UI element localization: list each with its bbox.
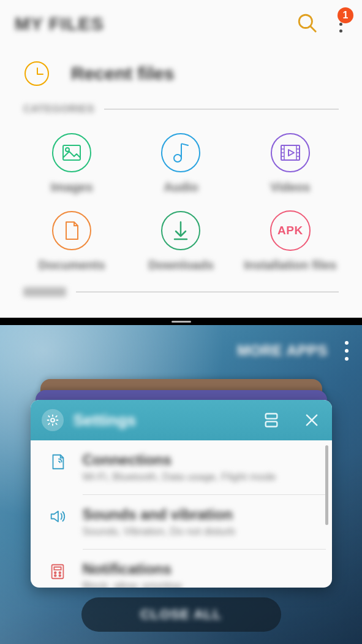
recent-files-row[interactable]: Recent files	[0, 48, 362, 103]
download-icon	[160, 210, 201, 251]
category-audio[interactable]: Audio	[126, 132, 235, 194]
settings-row-title: Notifications	[83, 561, 183, 578]
clock-icon	[25, 61, 49, 86]
settings-row-connections[interactable]: Connections Wi-Fi, Bluetooth, Data usage…	[46, 440, 332, 494]
music-icon	[160, 132, 201, 173]
notifications-icon	[46, 561, 69, 580]
split-view-divider[interactable]	[0, 318, 362, 325]
category-images[interactable]: Images	[17, 132, 126, 194]
connections-icon	[46, 451, 69, 471]
settings-card-body: Connections Wi-Fi, Bluetooth, Data usage…	[31, 440, 332, 588]
settings-card-title: Settings	[74, 411, 252, 430]
svg-point-28	[54, 572, 56, 574]
svg-point-29	[59, 572, 61, 574]
section-label-placeholder	[23, 287, 66, 297]
recents-top-bar: MORE APPS	[237, 341, 349, 361]
svg-point-21	[51, 418, 55, 422]
section-label-categories: CATEGORIES	[23, 103, 94, 115]
video-icon	[270, 132, 311, 173]
overflow-menu-button[interactable]: 1	[336, 12, 347, 36]
svg-rect-27	[54, 567, 61, 570]
settings-row-subtitle: Wi-Fi, Bluetooth, Data usage, Flight mod…	[83, 471, 276, 483]
category-videos[interactable]: Videos	[236, 132, 345, 194]
scrollbar[interactable]	[325, 445, 328, 525]
svg-point-7	[271, 134, 309, 172]
search-icon[interactable]	[296, 12, 317, 36]
svg-point-6	[174, 155, 181, 162]
svg-point-4	[66, 148, 69, 151]
svg-rect-3	[63, 145, 80, 160]
sound-icon	[46, 506, 69, 526]
settings-row-title: Connections	[83, 451, 276, 469]
settings-row-title: Sounds and vibration	[83, 506, 235, 523]
recents-overview: MORE APPS Settings	[0, 325, 362, 644]
category-label: Installation files	[244, 258, 336, 272]
settings-row-subtitle: Sounds, Vibration, Do not disturb	[83, 526, 235, 538]
close-all-label: CLOSE ALL	[140, 607, 222, 623]
category-label: Audio	[164, 180, 198, 194]
notification-badge: 1	[337, 7, 353, 23]
svg-point-17	[53, 212, 91, 250]
category-label: Documents	[39, 258, 105, 272]
app-title: MY FILES	[15, 13, 104, 34]
document-icon	[51, 210, 92, 251]
section-categories-header: CATEGORIES	[0, 103, 362, 115]
close-icon[interactable]	[303, 411, 321, 429]
multiwindow-icon[interactable]	[262, 411, 281, 429]
gear-icon	[42, 409, 64, 431]
recent-files-title: Recent files	[71, 63, 174, 84]
svg-rect-23	[265, 421, 277, 426]
svg-point-30	[54, 575, 56, 577]
svg-line-1	[311, 26, 315, 31]
svg-point-31	[59, 575, 61, 577]
recents-card-settings[interactable]: Settings Connections Wi-Fi, Bluetooth,	[31, 400, 332, 588]
category-label: Videos	[270, 180, 310, 194]
category-documents[interactable]: Documents	[17, 210, 126, 272]
close-all-button[interactable]: CLOSE ALL	[81, 597, 281, 632]
category-installation-files[interactable]: APK Installation files	[236, 210, 345, 272]
category-label: Downloads	[148, 258, 214, 272]
app-bar: MY FILES 1	[0, 0, 362, 48]
drag-handle-icon	[172, 321, 191, 323]
category-downloads[interactable]: Downloads	[126, 210, 235, 272]
categories-grid: Images Audio Videos Documents Downloads	[0, 115, 362, 282]
section-header-2	[0, 287, 362, 297]
settings-row-subtitle: Block, allow, prioritise	[83, 580, 183, 588]
my-files-app: MY FILES 1 Recent files CATEGORIES Image…	[0, 0, 362, 320]
image-icon	[51, 132, 92, 173]
svg-point-2	[53, 134, 91, 172]
settings-row-sounds[interactable]: Sounds and vibration Sounds, Vibration, …	[83, 494, 326, 549]
recents-overflow-button[interactable]	[345, 341, 349, 361]
more-apps-button[interactable]: MORE APPS	[237, 342, 328, 359]
apk-text: APK	[277, 224, 303, 237]
settings-row-notifications[interactable]: Notifications Block, allow, prioritise	[83, 549, 326, 588]
svg-rect-22	[265, 414, 277, 419]
apk-icon: APK	[270, 210, 311, 251]
settings-card-header: Settings	[31, 400, 332, 440]
category-label: Images	[51, 180, 93, 194]
